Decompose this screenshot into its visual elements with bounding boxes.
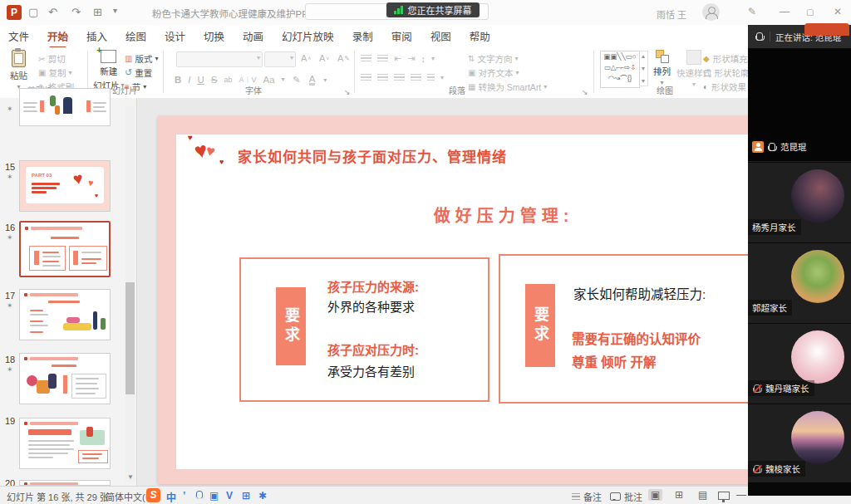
slideshow-view-button[interactable] [718, 492, 730, 500]
screen-sharing-badge[interactable]: 您正在共享屏幕 [386, 2, 480, 17]
slide-thumbnail-18[interactable] [19, 353, 111, 404]
tab-transitions[interactable]: 切换 [204, 28, 224, 44]
shape-outline-button[interactable]: ▢ 形状轮廓 [703, 66, 749, 79]
underline-button[interactable]: U [198, 75, 204, 85]
font-size-combobox[interactable] [264, 51, 296, 67]
slide-subtitle[interactable]: 做好压力管理: [176, 203, 831, 227]
text-shadow-button[interactable]: ab [224, 76, 233, 84]
layout-button[interactable]: ▥版式 ▾ [125, 52, 158, 65]
shape-gallery[interactable]: ▣▣╲╲▭○ ▭△⌐⌐⇨⇩ ◠↝⌒{} [600, 51, 640, 88]
participant-tile[interactable]: 魏梭家长 [748, 404, 851, 483]
minimize-button[interactable]: — [780, 6, 790, 17]
shrink-font-button[interactable]: A˅ [319, 53, 329, 63]
shape-gallery-scroll[interactable]: ▲▼▼ [639, 51, 648, 86]
bold-button[interactable]: B [175, 75, 181, 85]
slide-thumbnail-16-current[interactable] [19, 221, 111, 277]
tab-insert[interactable]: 插入 [86, 28, 107, 44]
undo-icon[interactable]: ↶ [48, 6, 57, 18]
right-box-line2: 尊重 倾听 开解 [572, 352, 657, 370]
tab-review[interactable]: 审阅 [391, 28, 412, 44]
slide-counter[interactable]: 幻灯片 第 16 张, 共 29 张 [7, 490, 109, 503]
align-center-button[interactable] [377, 74, 388, 81]
increase-indent-button[interactable]: ⇥ [407, 53, 415, 64]
bullets-button[interactable] [361, 55, 371, 62]
font-name-combobox[interactable] [176, 51, 263, 67]
ime-skin-icon[interactable]: V [226, 490, 233, 502]
ime-toolbox-icon[interactable]: ⊞ [242, 490, 250, 502]
italic-button[interactable]: I [188, 75, 190, 85]
font-dialog-launcher[interactable]: ↘ [344, 88, 351, 96]
reset-button[interactable]: ↺重置 [125, 66, 152, 79]
slide-thumbnail-15[interactable]: PART 03 ♥ ♥ ♥ [19, 160, 111, 212]
numbering-button[interactable] [377, 55, 388, 62]
tab-animations[interactable]: 动画 [243, 28, 263, 44]
tab-file[interactable]: 文件 [8, 28, 29, 44]
ime-mic-icon[interactable] [194, 491, 204, 501]
participant-tile[interactable]: 范昆琨 [748, 48, 851, 161]
left-requirement-box[interactable]: 要求 孩子压力的来源: 外界的各种要求 孩子应对压力时: 承受力各有差别 [239, 257, 489, 402]
notes-button[interactable]: 备注 [572, 490, 602, 503]
shape-row: ▭△⌐⌐⇨⇩ [601, 62, 639, 73]
tab-design[interactable]: 设计 [165, 28, 185, 44]
slide-thumbnail-19[interactable] [19, 418, 111, 469]
ink-pen-icon[interactable]: ✎ [748, 6, 756, 17]
paragraph-dialog-launcher[interactable]: ↘ [582, 88, 588, 96]
comments-button[interactable]: 批注 [610, 490, 642, 503]
tab-view[interactable]: 视图 [430, 28, 451, 44]
avatar[interactable] [702, 3, 720, 21]
slide-thumbnail-17[interactable] [19, 289, 111, 340]
clear-formatting-button[interactable]: A✎ [337, 53, 350, 63]
slide-thumbnail-20-partial[interactable] [19, 480, 111, 486]
shape-fill-button[interactable]: ◆ 形状填充 [703, 52, 748, 65]
ime-punctuation-icon[interactable]: ’ [183, 490, 185, 502]
tab-help[interactable]: 帮助 [470, 28, 490, 44]
ime-chinese-mode-icon[interactable]: 中 [166, 490, 176, 504]
save-icon[interactable]: ▢ [28, 6, 38, 18]
text-direction-button[interactable]: ⇅文字方向 ▾ [468, 52, 518, 65]
start-presentation-icon[interactable]: ⊞ [93, 6, 102, 18]
participant-tile[interactable]: 魏丹璐家长 [748, 323, 851, 403]
current-slide-canvas[interactable]: ♥ ♥ ♥ ♥ 家长如何共同与孩子面对压力、管理情绪 做好压力管理: 要求 孩子… [158, 116, 849, 484]
tab-home[interactable]: 开始 [47, 28, 68, 44]
align-right-button[interactable] [394, 74, 405, 81]
quick-access-menu-icon[interactable]: ▾ [113, 6, 117, 15]
justify-button[interactable] [411, 74, 421, 81]
participant-tile[interactable]: 杨秀月家长 [748, 162, 851, 242]
reading-view-button[interactable]: ▤ [698, 489, 707, 501]
align-left-button[interactable] [361, 74, 371, 81]
line-spacing-button[interactable]: ↕ [421, 54, 426, 64]
scroll-down-arrow[interactable]: ▼ [127, 473, 134, 481]
tab-slideshow[interactable]: 幻灯片放映 [282, 28, 334, 44]
slide-title[interactable]: 家长如何共同与孩子面对压力、管理情绪 [238, 145, 507, 166]
decrease-indent-button[interactable]: ⇤ [394, 53, 401, 64]
tab-draw[interactable]: 绘图 [125, 28, 146, 44]
grow-font-button[interactable]: A˄ [301, 53, 311, 63]
arrange-button[interactable]: 排列 ▾ [653, 50, 671, 86]
ime-keyboard-icon[interactable]: ▣ [209, 490, 219, 502]
font-color-button[interactable]: A [309, 75, 316, 86]
tab-record[interactable]: 录制 [352, 28, 373, 44]
language-indicator[interactable]: 简体中文(中国 [106, 490, 149, 503]
slide-thumbnail-14-partial[interactable] [19, 88, 111, 126]
ime-settings-icon[interactable]: ✱ [258, 490, 267, 502]
cut-button[interactable]: ✂ 剪切 [38, 52, 66, 65]
zoom-out-button[interactable]: — [736, 489, 746, 501]
slide-sorter-view-button[interactable]: ⊞ [675, 489, 683, 501]
columns-dropdown[interactable]: ▾ [440, 74, 444, 81]
sogou-ime-icon[interactable]: S [146, 488, 160, 502]
normal-view-button[interactable]: ▣ [648, 489, 662, 501]
redo-icon[interactable]: ↷ [71, 6, 81, 18]
close-button[interactable]: ✕ [834, 6, 842, 17]
strikethrough-button[interactable]: S [211, 75, 218, 85]
shape-effects-button[interactable]: ◐ 形状效果 [703, 81, 746, 93]
copy-button[interactable]: ▣复制 ▾ [38, 66, 71, 79]
thumbnail-scrollbar-thumb[interactable] [125, 282, 135, 394]
columns-button[interactable] [427, 74, 435, 81]
right-requirement-box[interactable]: 要求 家长如何帮助减轻压力: 需要有正确的认知评价 尊重 倾听 开解 [499, 254, 750, 404]
maximize-button[interactable]: ▢ [806, 7, 814, 17]
participant-tile[interactable]: 郭超家长 [748, 242, 851, 322]
change-case-button[interactable]: Aa [263, 75, 275, 85]
align-text-button[interactable]: ▣对齐文本 ▾ [468, 66, 519, 79]
highlight-color-button[interactable]: ✎ [293, 74, 301, 86]
end-sharing-button-partial[interactable] [804, 23, 849, 36]
